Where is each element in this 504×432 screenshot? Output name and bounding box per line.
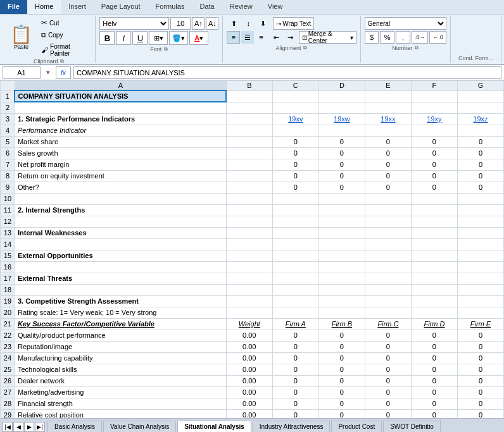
tab-prev-button[interactable]: ◀ xyxy=(13,422,23,432)
table-cell[interactable]: Quality/product performance xyxy=(15,330,226,341)
table-cell[interactable]: 0 xyxy=(365,182,411,193)
table-cell[interactable] xyxy=(411,273,457,284)
table-cell[interactable]: 0 xyxy=(365,136,411,147)
spreadsheet-link[interactable]: 19xy xyxy=(427,115,441,123)
table-cell[interactable]: 2. Internal Strengths xyxy=(15,204,226,216)
sheet-tab[interactable]: Product Cost xyxy=(331,421,382,432)
sheet-tab[interactable]: Basic Analysis xyxy=(47,421,102,432)
row-header[interactable]: 8 xyxy=(1,170,15,182)
table-cell[interactable]: 0 xyxy=(365,170,411,182)
table-row[interactable]: 193. Competitive Strength Assessment xyxy=(1,295,504,307)
table-cell[interactable]: 0 xyxy=(272,182,318,193)
table-cell[interactable] xyxy=(226,204,272,216)
spreadsheet-link[interactable]: 19xx xyxy=(381,115,395,123)
font-size-decrease-button[interactable]: A↓ xyxy=(206,17,218,30)
table-row[interactable]: 17 External Threats xyxy=(1,273,504,284)
table-row[interactable]: 4Performance Indicator xyxy=(1,125,504,136)
table-cell[interactable] xyxy=(272,216,318,227)
sheet-tab[interactable]: Value Chain Analysis xyxy=(103,421,176,432)
table-cell[interactable] xyxy=(15,102,226,113)
table-cell[interactable] xyxy=(411,238,457,250)
table-cell[interactable]: 0 xyxy=(457,386,503,398)
table-cell[interactable]: 0 xyxy=(457,352,503,364)
table-cell[interactable]: 0 xyxy=(365,341,411,352)
row-header[interactable]: 19 xyxy=(1,295,15,307)
table-cell[interactable] xyxy=(457,261,503,273)
table-cell[interactable] xyxy=(226,147,272,159)
table-cell[interactable]: 1. Strategic Performance Indicators xyxy=(15,113,226,125)
table-cell[interactable]: External Opportunities xyxy=(15,250,226,261)
table-cell[interactable]: 0 xyxy=(318,364,365,375)
row-header[interactable]: 3 xyxy=(1,113,15,125)
row-header[interactable]: 28 xyxy=(1,398,15,409)
table-cell[interactable] xyxy=(457,204,503,216)
table-cell[interactable]: Other? xyxy=(15,182,226,193)
table-cell[interactable]: 0 xyxy=(411,352,457,364)
table-cell[interactable] xyxy=(365,238,411,250)
tab-next-button[interactable]: ▶ xyxy=(24,422,34,432)
table-cell[interactable] xyxy=(226,273,272,284)
table-cell[interactable] xyxy=(226,227,272,238)
table-cell[interactable] xyxy=(272,250,318,261)
table-cell[interactable] xyxy=(457,216,503,227)
table-row[interactable]: 1COMPANY SITUATION ANALYSIS xyxy=(1,90,504,102)
table-cell[interactable]: Internal Weaknesses xyxy=(15,227,226,238)
row-header[interactable]: 23 xyxy=(1,341,15,352)
table-cell[interactable]: 0 xyxy=(272,170,318,182)
table-cell[interactable]: 0 xyxy=(272,364,318,375)
table-row[interactable]: 24Manufacturing capability0.0000000 xyxy=(1,352,504,364)
table-cell[interactable] xyxy=(411,295,457,307)
table-row[interactable]: 6Sales growth00000 xyxy=(1,147,504,159)
percent-button[interactable]: % xyxy=(380,31,394,44)
table-cell[interactable] xyxy=(457,295,503,307)
table-cell[interactable] xyxy=(15,193,226,204)
col-header-e[interactable]: E xyxy=(365,81,411,91)
table-row[interactable]: 8Return on equity investment00000 xyxy=(1,170,504,182)
table-cell[interactable]: 0 xyxy=(411,364,457,375)
table-cell[interactable] xyxy=(226,170,272,182)
sheet-tab[interactable]: SWOT Definitio xyxy=(383,421,441,432)
table-cell[interactable]: Firm B xyxy=(318,318,365,330)
table-cell[interactable]: 0.00 xyxy=(226,398,272,409)
table-cell[interactable]: 0 xyxy=(318,159,365,170)
table-cell[interactable] xyxy=(226,238,272,250)
table-cell[interactable]: 19xy xyxy=(411,113,457,125)
table-cell[interactable] xyxy=(365,102,411,113)
table-cell[interactable] xyxy=(272,102,318,113)
increase-decimal-button[interactable]: .0→ xyxy=(412,31,429,44)
table-cell[interactable] xyxy=(318,284,365,295)
spreadsheet-link[interactable]: 19xw xyxy=(334,115,350,123)
table-cell[interactable]: COMPANY SITUATION ANALYSIS xyxy=(15,90,226,102)
sheet-tab[interactable]: Situational Analysis xyxy=(177,421,251,432)
col-header-f[interactable]: F xyxy=(411,81,457,91)
table-cell[interactable] xyxy=(226,216,272,227)
table-cell[interactable]: 0 xyxy=(365,398,411,409)
table-cell[interactable] xyxy=(318,238,365,250)
table-cell[interactable]: Firm A xyxy=(272,318,318,330)
format-painter-button[interactable]: 🖌 Format Painter xyxy=(39,42,91,58)
table-cell[interactable] xyxy=(457,125,503,136)
wrap-text-button[interactable]: ⇢ Wrap Text xyxy=(273,17,314,30)
table-cell[interactable]: 0.00 xyxy=(226,341,272,352)
tab-review[interactable]: Review xyxy=(222,0,260,14)
table-cell[interactable]: Financial strength xyxy=(15,398,226,409)
table-cell[interactable]: 0 xyxy=(318,341,365,352)
col-header-a[interactable]: A xyxy=(15,81,226,91)
table-cell[interactable]: 0 xyxy=(318,398,365,409)
table-cell[interactable]: 0 xyxy=(457,364,503,375)
table-cell[interactable] xyxy=(318,295,365,307)
table-cell[interactable]: 0 xyxy=(272,375,318,386)
table-cell[interactable]: 0 xyxy=(365,352,411,364)
table-cell[interactable] xyxy=(411,193,457,204)
row-header[interactable]: 2 xyxy=(1,102,15,113)
table-cell[interactable] xyxy=(411,90,457,102)
table-cell[interactable] xyxy=(272,284,318,295)
table-cell[interactable]: 3. Competitive Strength Assessment xyxy=(15,295,226,307)
row-header[interactable]: 26 xyxy=(1,375,15,386)
table-cell[interactable] xyxy=(226,102,272,113)
table-cell[interactable]: 0 xyxy=(272,147,318,159)
table-cell[interactable]: 0.00 xyxy=(226,375,272,386)
row-header[interactable]: 11 xyxy=(1,204,15,216)
table-cell[interactable]: 0 xyxy=(457,341,503,352)
table-cell[interactable] xyxy=(365,261,411,273)
